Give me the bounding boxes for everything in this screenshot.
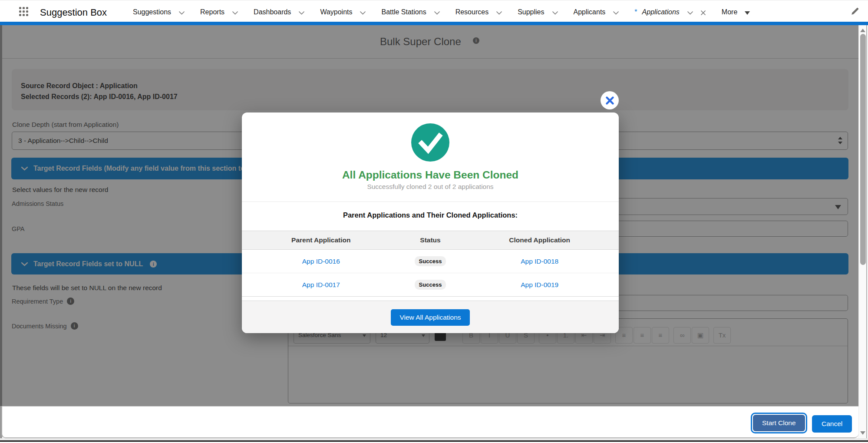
close-x-icon <box>605 96 615 106</box>
nav-tab-suggestions[interactable]: Suggestions <box>133 8 185 16</box>
nav-tab-reports[interactable]: Reports <box>200 8 238 16</box>
close-tab-icon[interactable] <box>700 10 706 16</box>
clone-results-table: Parent Application Status Cloned Applica… <box>242 231 619 297</box>
nav-tab-waypoints[interactable]: Waypoints <box>320 8 366 16</box>
nav-tab-resources[interactable]: Resources <box>455 8 502 16</box>
table-header-row: Parent Application Status Cloned Applica… <box>242 231 619 250</box>
nav-tab-dashboards[interactable]: Dashboards <box>254 8 305 16</box>
table-body: App ID-0016 Success App ID-0018 App ID-0… <box>242 250 619 297</box>
chevron-down-icon <box>360 11 366 15</box>
nav-tab-battle-stations[interactable]: Battle Stations <box>381 8 440 16</box>
table-row: App ID-0017 Success App ID-0019 <box>242 273 619 297</box>
modal-footer: View All Applications <box>242 301 619 333</box>
clone-result-modal: All Applications Have Been Cloned Succes… <box>242 112 619 333</box>
parent-application-link[interactable]: App ID-0016 <box>302 258 340 265</box>
modal-subtitle: Successfully cloned 2 out of 2 applicati… <box>242 183 619 191</box>
table-header: Status <box>400 236 461 244</box>
app-launcher-icon[interactable] <box>19 7 28 16</box>
nav-more[interactable]: More <box>722 8 750 16</box>
chevron-down-icon <box>552 11 558 15</box>
bulk-super-clone-screen: Suggestion Box SuggestionsReportsDashboa… <box>0 0 868 443</box>
divider <box>242 202 619 202</box>
nav-tab-supplies[interactable]: Supplies <box>518 8 558 16</box>
success-check-icon <box>411 123 449 163</box>
scrollbar-thumb[interactable] <box>860 34 866 265</box>
chevron-down-icon <box>613 11 619 15</box>
start-clone-button[interactable]: Start Clone <box>753 415 805 431</box>
parent-application-link[interactable]: App ID-0017 <box>302 281 340 288</box>
cancel-button[interactable]: Cancel <box>812 415 852 433</box>
modal-close-button[interactable] <box>601 91 619 109</box>
scroll-up-icon[interactable] <box>860 29 865 32</box>
status-badge: Success <box>415 280 446 290</box>
chevron-down-icon <box>298 11 305 15</box>
modal-title: All Applications Have Been Cloned <box>242 169 619 181</box>
cloned-application-link[interactable]: App ID-0018 <box>521 258 558 265</box>
global-nav: Suggestion Box SuggestionsReportsDashboa… <box>0 0 868 22</box>
nav-brand-underline <box>0 22 868 25</box>
chevron-down-icon <box>434 11 440 15</box>
scroll-down-icon[interactable] <box>860 431 865 435</box>
status-badge: Success <box>415 256 446 266</box>
nav-tabs: SuggestionsReportsDashboardsWaypointsBat… <box>133 1 750 23</box>
chevron-down-icon <box>232 11 238 15</box>
modal-table-heading: Parent Applications and Their Cloned App… <box>242 211 619 219</box>
table-header: Parent Application <box>242 236 400 244</box>
table-row: App ID-0016 Success App ID-0018 <box>242 250 619 273</box>
nav-tab-applications-active[interactable]: *Applications <box>634 8 706 16</box>
chevron-down-icon <box>178 11 185 15</box>
vertical-scrollbar[interactable] <box>858 25 867 438</box>
docked-footer: Start Clone Cancel <box>1 406 858 438</box>
window-right-border <box>866 25 867 438</box>
view-all-applications-button[interactable]: View All Applications <box>391 309 469 326</box>
pencil-icon[interactable] <box>850 7 859 18</box>
nav-tab-applicants[interactable]: Applicants <box>574 8 620 16</box>
table-header: Cloned Application <box>460 236 619 244</box>
start-clone-focus-ring: Start Clone <box>751 413 807 433</box>
cloned-application-link[interactable]: App ID-0019 <box>521 281 558 288</box>
app-name: Suggestion Box <box>40 7 107 18</box>
more-triangle-icon <box>745 11 750 15</box>
chevron-down-icon <box>496 11 502 15</box>
chevron-down-icon <box>687 11 693 15</box>
